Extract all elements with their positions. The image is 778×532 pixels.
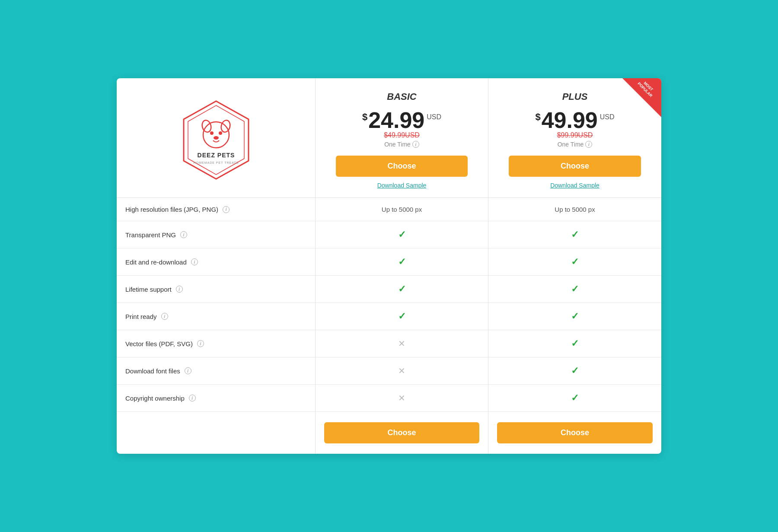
- bottom-plus-cell: Choose: [488, 412, 661, 454]
- basic-price-block: $ 24.99 USD $49.99USD One Time i: [324, 109, 479, 148]
- feature-plus-text-0: Up to 5000 px: [555, 206, 595, 213]
- feature-label-5: Vector files (PDF, SVG)i: [117, 330, 316, 357]
- brand-logo: DEEZ PETS HOMEMADE PET TREATS: [173, 97, 259, 183]
- basic-price-amount: 24.99: [368, 109, 424, 131]
- feature-label-0: High resolution files (JPG, PNG)i: [117, 198, 316, 221]
- feature-info-icon-3[interactable]: i: [176, 286, 183, 293]
- check-icon: ✓: [571, 392, 579, 404]
- plus-payment-type: One Time i: [497, 141, 653, 148]
- feature-basic-value-0: Up to 5000 px: [316, 198, 488, 221]
- bottom-empty-cell: [117, 412, 316, 454]
- plus-plan-header: MOST POPULAR PLUS $ 49.99 USD $99.99USD …: [488, 78, 661, 198]
- check-icon: ✓: [398, 229, 406, 240]
- check-icon: ✓: [398, 284, 406, 295]
- cross-icon: ✕: [398, 366, 405, 376]
- feature-label-text-7: Copyright ownership: [125, 395, 185, 402]
- pricing-grid: DEEZ PETS HOMEMADE PET TREATS BASIC $ 24…: [117, 78, 661, 454]
- feature-plus-value-3: ✓: [488, 276, 661, 303]
- feature-basic-value-2: ✓: [316, 248, 488, 276]
- check-icon: ✓: [571, 229, 579, 240]
- feature-info-icon-6[interactable]: i: [185, 367, 191, 374]
- basic-dollar-sign: $: [362, 111, 367, 123]
- basic-info-icon[interactable]: i: [412, 141, 419, 148]
- feature-label-1: Transparent PNGi: [117, 221, 316, 248]
- bottom-basic-cell: Choose: [316, 412, 488, 454]
- feature-plus-value-0: Up to 5000 px: [488, 198, 661, 221]
- feature-label-2: Edit and re-downloadi: [117, 248, 316, 276]
- check-icon: ✓: [571, 311, 579, 322]
- logo-wrapper: DEEZ PETS HOMEMADE PET TREATS: [173, 97, 259, 183]
- svg-text:DEEZ PETS: DEEZ PETS: [197, 152, 235, 159]
- check-icon: ✓: [398, 256, 406, 268]
- check-icon: ✓: [398, 311, 406, 322]
- basic-download-sample-link[interactable]: Download Sample: [324, 182, 479, 189]
- pricing-table: DEEZ PETS HOMEMADE PET TREATS BASIC $ 24…: [117, 78, 661, 454]
- most-popular-badge: MOST POPULAR: [622, 78, 661, 117]
- feature-basic-value-3: ✓: [316, 276, 488, 303]
- feature-plus-value-4: ✓: [488, 303, 661, 330]
- most-popular-text: MOST POPULAR: [634, 78, 659, 101]
- svg-text:HOMEMADE PET TREATS: HOMEMADE PET TREATS: [193, 161, 239, 164]
- feature-label-3: Lifetime supporti: [117, 276, 316, 303]
- plus-download-sample-link[interactable]: Download Sample: [497, 182, 653, 189]
- plus-dollar-sign: $: [535, 111, 540, 123]
- svg-marker-1: [188, 105, 244, 175]
- feature-plus-value-1: ✓: [488, 221, 661, 248]
- feature-label-text-3: Lifetime support: [125, 286, 172, 293]
- feature-plus-value-5: ✓: [488, 330, 661, 357]
- feature-info-icon-5[interactable]: i: [197, 340, 204, 347]
- basic-currency: USD: [427, 113, 441, 121]
- feature-basic-value-7: ✕: [316, 385, 488, 412]
- bottom-plus-choose-button[interactable]: Choose: [497, 422, 653, 443]
- check-icon: ✓: [571, 338, 579, 349]
- feature-label-6: Download font filesi: [117, 357, 316, 385]
- svg-point-7: [214, 136, 219, 140]
- bottom-basic-choose-button[interactable]: Choose: [324, 422, 479, 443]
- feature-label-text-4: Print ready: [125, 313, 157, 320]
- feature-basic-value-5: ✕: [316, 330, 488, 357]
- basic-plan-header: BASIC $ 24.99 USD $49.99USD One Time i C…: [316, 78, 488, 198]
- svg-marker-0: [184, 101, 249, 179]
- basic-plan-name: BASIC: [324, 91, 479, 102]
- check-icon: ✓: [571, 365, 579, 376]
- feature-label-7: Copyright ownershipi: [117, 385, 316, 412]
- svg-point-6: [219, 131, 222, 135]
- cross-icon: ✕: [398, 338, 405, 349]
- feature-label-4: Print readyi: [117, 303, 316, 330]
- feature-info-icon-4[interactable]: i: [161, 313, 168, 320]
- plus-price-amount: 49.99: [542, 109, 598, 131]
- feature-basic-value-6: ✕: [316, 357, 488, 385]
- logo-cell: DEEZ PETS HOMEMADE PET TREATS: [117, 78, 316, 198]
- plus-price-old: $99.99USD: [497, 131, 653, 139]
- check-icon: ✓: [571, 256, 579, 268]
- feature-info-icon-7[interactable]: i: [189, 395, 196, 401]
- basic-price-old: $49.99USD: [324, 131, 479, 139]
- plus-info-icon[interactable]: i: [585, 141, 592, 148]
- feature-basic-value-4: ✓: [316, 303, 488, 330]
- check-icon: ✓: [571, 284, 579, 295]
- feature-plus-value-6: ✓: [488, 357, 661, 385]
- feature-plus-value-7: ✓: [488, 385, 661, 412]
- feature-basic-text-0: Up to 5000 px: [382, 206, 422, 213]
- svg-point-2: [203, 122, 229, 148]
- feature-label-text-0: High resolution files (JPG, PNG): [125, 206, 218, 213]
- cross-icon: ✕: [398, 393, 405, 403]
- feature-label-text-6: Download font files: [125, 367, 180, 375]
- feature-label-text-1: Transparent PNG: [125, 231, 176, 239]
- feature-basic-value-1: ✓: [316, 221, 488, 248]
- feature-info-icon-0[interactable]: i: [223, 206, 230, 213]
- basic-payment-type: One Time i: [324, 141, 479, 148]
- plus-currency: USD: [600, 113, 615, 121]
- feature-info-icon-1[interactable]: i: [180, 231, 187, 238]
- basic-choose-button[interactable]: Choose: [336, 156, 468, 177]
- feature-info-icon-2[interactable]: i: [191, 258, 198, 265]
- feature-plus-value-2: ✓: [488, 248, 661, 276]
- basic-price-current: $ 24.99 USD: [324, 109, 479, 131]
- svg-point-5: [210, 131, 214, 135]
- feature-label-text-2: Edit and re-download: [125, 258, 187, 266]
- feature-label-text-5: Vector files (PDF, SVG): [125, 340, 193, 347]
- plus-choose-button[interactable]: Choose: [509, 156, 641, 177]
